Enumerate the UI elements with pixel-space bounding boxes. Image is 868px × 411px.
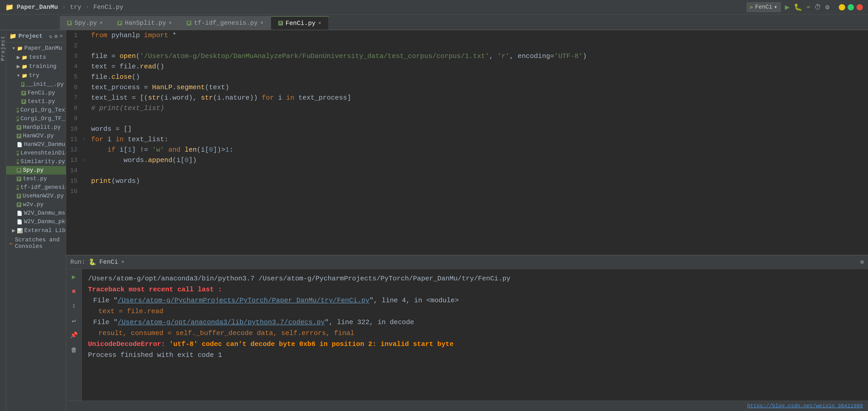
py-file-icon: P xyxy=(17,194,21,199)
code-line-10: 10 words = [] xyxy=(66,124,868,134)
code-editor[interactable]: 1 from pyhanlp import * 2 3 file = open(… xyxy=(66,30,868,255)
tab-bar: P Spy.py × P HanSplit.py × P tf-idf_gene… xyxy=(0,14,868,30)
file-corgi-textrank[interactable]: P Corgi_Org_TextRank.py xyxy=(6,106,66,114)
line-content-1: from pyhanlp import * xyxy=(88,30,868,41)
file-hansplit[interactable]: P HanSplit.py xyxy=(6,123,66,132)
line-content-10: words = [] xyxy=(88,124,868,134)
project-close-icon[interactable]: × xyxy=(60,33,63,39)
console-py-icon: 🐍 xyxy=(89,258,96,266)
file-levenshtein[interactable]: P LevenshteinDistance.py xyxy=(6,149,66,158)
chevron-icon: ▾ xyxy=(17,72,20,79)
console-scroll-icon[interactable]: ↕ xyxy=(71,301,76,310)
maximize-button[interactable] xyxy=(848,4,854,10)
file-test[interactable]: P test.py xyxy=(6,175,66,183)
file-label: UseHanW2V.py xyxy=(23,193,64,199)
folder-paper-danmu[interactable]: ▾ 📁 Paper_DanMu ~/PycharmP xyxy=(6,44,66,53)
project-stripe: Project xyxy=(0,30,6,411)
console-trash-icon[interactable]: 🗑 xyxy=(70,345,78,355)
run-button[interactable]: ▶ xyxy=(785,2,789,12)
code-line-8: 8 # print(text_list) xyxy=(66,103,868,113)
project-gear-icon[interactable]: ⚙ xyxy=(54,33,58,39)
tab-hansplit[interactable]: P HanSplit.py × xyxy=(110,16,179,30)
code-line-13: 13 ○ words.append(i[0]) xyxy=(66,155,868,165)
line-content-12: if i[1] != 'w' and len(i[0])>1: xyxy=(88,145,868,155)
file-label: __init__.py xyxy=(26,81,64,88)
line-content-8: # print(text_list) xyxy=(88,103,868,113)
file-tfidf-genesis[interactable]: P tf-idf_genesis.py xyxy=(6,183,66,192)
file-w2v[interactable]: P w2v.py xyxy=(6,200,66,209)
line-content-15: print(words) xyxy=(88,176,868,186)
line-content-3: file = open('/Users/atom-g/Desktop/DanMu… xyxy=(88,51,868,61)
py-file-icon: P xyxy=(17,116,19,121)
py-icon: P xyxy=(278,21,283,26)
py-file-icon: P xyxy=(17,168,21,173)
tab-hansplit-close[interactable]: × xyxy=(169,20,172,26)
tab-spy-close[interactable]: × xyxy=(99,20,102,26)
console-tab-close[interactable]: × xyxy=(121,259,124,265)
file-init[interactable]: P __init__.py xyxy=(6,80,66,89)
file-similarity[interactable]: P Similarity.py xyxy=(6,158,66,166)
console-pin-icon[interactable]: 📌 xyxy=(69,330,79,340)
bar-chart-icon: 📊 xyxy=(17,228,23,234)
console-run-icon[interactable]: ▶ xyxy=(71,272,76,282)
code-line-1: 1 from pyhanlp import * xyxy=(66,30,868,41)
folder-label: tests xyxy=(29,54,46,61)
project-header[interactable]: 📁 Project ↻ ⚙ × xyxy=(6,30,66,43)
console-error-file1[interactable]: File "/Users/atom-g/PycharmProjects/PyTo… xyxy=(88,295,862,306)
project-header-label: Project xyxy=(19,33,42,39)
run-config-icon: ▶ xyxy=(750,4,753,11)
tab-tfidf-label: tf-idf_genesis.py xyxy=(194,20,258,27)
tab-tfidf[interactable]: P tf-idf_genesis.py × xyxy=(179,16,271,30)
line-num-9: 9 xyxy=(66,113,83,124)
title-project: Paper_DanMu xyxy=(17,4,58,11)
file-fenci[interactable]: P FenCi.py xyxy=(6,89,66,97)
console-header: Run: 🐍 FenCi × ⚙ xyxy=(66,255,868,269)
folder-try[interactable]: ▾ 📁 try xyxy=(6,71,66,80)
file-spy[interactable]: P Spy.py xyxy=(6,166,66,175)
minimize-button[interactable] xyxy=(839,4,845,10)
scratches-icon: ✏ xyxy=(9,240,13,247)
console-tab-label[interactable]: FenCi xyxy=(99,259,118,266)
console-panel: Run: 🐍 FenCi × ⚙ ▶ ■ ↕ ↵ 📌 🗑 xyxy=(66,255,868,401)
coverage-button[interactable]: ☂ xyxy=(806,3,810,11)
file-hanw2v[interactable]: P HanW2V.py xyxy=(6,132,66,140)
code-line-7: 7 text_list = [(str(i.word), str(i.natur… xyxy=(66,93,868,103)
folder-training[interactable]: ▶ 📁 training xyxy=(6,62,66,71)
py-file-icon: P xyxy=(17,177,21,181)
file-test1[interactable]: P test1.py xyxy=(6,97,66,106)
breadcrumb-sep-2: › xyxy=(85,4,89,11)
run-config-dropdown[interactable]: ▶ FenCi ▾ xyxy=(747,2,781,12)
profile-button[interactable]: ⏱ xyxy=(814,3,821,11)
title-bar: 📁 Paper_DanMu › try › FenCi.py ▶ FenCi ▾… xyxy=(0,0,868,14)
py-file-icon: P xyxy=(17,125,21,130)
tab-tfidf-close[interactable]: × xyxy=(260,20,264,26)
tab-fenci-close[interactable]: × xyxy=(318,20,321,26)
close-button[interactable] xyxy=(857,4,863,10)
console-stop-icon[interactable]: ■ xyxy=(71,287,76,296)
tab-spy[interactable]: P Spy.py × xyxy=(60,16,110,30)
console-content: /Users/atom-g/opt/anaconda3/bin/python3.… xyxy=(82,269,868,401)
file-w2v-pku[interactable]: 📄 W2V_Danmu_pku xyxy=(6,217,66,226)
file-hanw2v-msr[interactable]: 📄 HanW2V_Danmu_msr.txt xyxy=(6,140,66,149)
console-wrap-icon[interactable]: ↵ xyxy=(71,315,76,325)
line-content-11: for i in text_list: xyxy=(88,134,868,145)
folder-external-libs[interactable]: ▶ 📊 External Libraries xyxy=(6,226,66,235)
txt-file-icon: 📄 xyxy=(17,142,22,147)
folder-icon: 📁 xyxy=(17,45,23,51)
folder-tests[interactable]: ▶ 📁 tests xyxy=(6,53,66,62)
scratches-item[interactable]: ✏ Scratches and Consoles xyxy=(6,235,66,251)
file-corgi-tfidf[interactable]: P Corgi_Org_TF_IDF.py xyxy=(6,114,66,123)
tab-fenci[interactable]: P FenCi.py × xyxy=(271,16,329,30)
console-settings-icon[interactable]: ⚙ xyxy=(861,259,864,266)
line-content-4: text = file.read() xyxy=(88,61,868,72)
file-w2v-msr[interactable]: 📄 W2V_Danmu_msr xyxy=(6,209,66,217)
file-usehanw2v[interactable]: P UseHanW2V.py xyxy=(6,192,66,200)
file-label: Corgi_Org_TF_IDF.py xyxy=(20,115,66,122)
debug-button[interactable]: 🐛 xyxy=(794,3,802,11)
line-num-2: 2 xyxy=(66,41,83,51)
project-sync-icon[interactable]: ↻ xyxy=(49,33,52,39)
py-file-icon: P xyxy=(17,151,19,156)
settings-button[interactable]: ⚙ xyxy=(825,3,830,11)
status-url[interactable]: https://blog.csdn.net/weixin_38411989 xyxy=(747,403,863,409)
console-error-file2[interactable]: File "/Users/atom-g/opt/anaconda3/lib/py… xyxy=(88,317,862,328)
